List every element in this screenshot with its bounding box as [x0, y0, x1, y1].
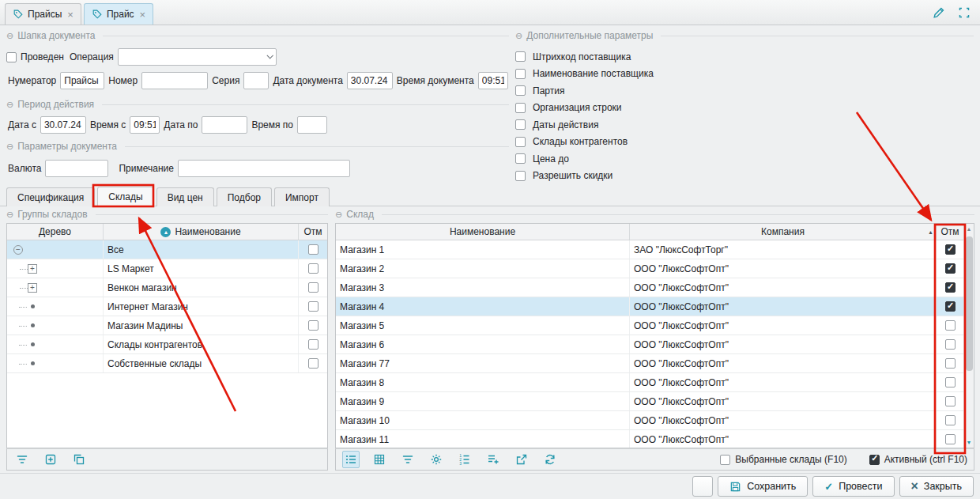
row-checkbox[interactable]: [945, 396, 956, 406]
warehouse-row[interactable]: Магазин 5ООО "ЛюксСофтОпт": [336, 316, 963, 335]
gear-icon[interactable]: [428, 451, 445, 468]
doc-tab-0[interactable]: Спецификация: [6, 187, 95, 206]
filter-icon[interactable]: [13, 451, 31, 468]
param-checkbox[interactable]: [515, 51, 526, 62]
tree-row[interactable]: Венкон магазин: [7, 278, 327, 297]
param-checkbox[interactable]: [515, 85, 526, 96]
scroll-up-icon[interactable]: [964, 224, 974, 234]
time-from-field[interactable]: [130, 116, 160, 134]
maximize-icon[interactable]: [958, 6, 971, 20]
time-to-field[interactable]: [297, 116, 327, 134]
warehouse-row[interactable]: Магазин 6ООО "ЛюксСофтОпт": [336, 335, 963, 354]
note-field[interactable]: [178, 160, 350, 177]
doc-date-field[interactable]: [347, 72, 393, 89]
row-checkbox[interactable]: [945, 244, 956, 255]
row-checkbox[interactable]: [945, 282, 956, 293]
param-checkbox[interactable]: [515, 137, 526, 147]
vertical-scrollbar[interactable]: [963, 224, 974, 448]
column-header-company[interactable]: Компания: [630, 224, 937, 240]
footer-checkbox[interactable]: [869, 455, 880, 465]
tree-row[interactable]: Магазин Мадины: [7, 316, 327, 335]
warehouse-row[interactable]: Магазин 11ООО "ЛюксСофтОпт": [336, 430, 963, 448]
export-icon[interactable]: [513, 451, 530, 468]
row-checkbox[interactable]: [308, 339, 318, 350]
numerator-field[interactable]: [60, 72, 104, 89]
footer-check[interactable]: Выбранные склады (F10): [720, 454, 846, 465]
tree-row[interactable]: Склады контрагентов: [7, 335, 327, 354]
filter-icon[interactable]: [399, 451, 416, 468]
row-checkbox[interactable]: [945, 434, 956, 444]
collapse-group-icon[interactable]: [515, 32, 522, 40]
tree-row[interactable]: LS Маркет: [7, 259, 327, 278]
row-checkbox[interactable]: [308, 263, 318, 274]
collapse-group-icon[interactable]: [6, 100, 13, 109]
refresh-button[interactable]: [692, 476, 713, 497]
column-header-mark[interactable]: Отм: [299, 224, 327, 240]
collapse-group-icon[interactable]: [335, 210, 342, 219]
doc-time-field[interactable]: [478, 72, 508, 89]
tab-close-icon[interactable]: [67, 9, 74, 20]
param-checkbox[interactable]: [515, 103, 526, 113]
param-checkbox[interactable]: [515, 153, 526, 164]
scrollbar-thumb[interactable]: [966, 236, 973, 371]
window-tab-1[interactable]: Прайс: [84, 3, 153, 25]
date-to-field[interactable]: [202, 116, 247, 134]
currency-field[interactable]: [45, 160, 108, 177]
operation-combobox[interactable]: [118, 48, 277, 66]
posted-checkbox[interactable]: [6, 52, 17, 62]
row-checkbox[interactable]: [945, 377, 956, 387]
doc-tab-1[interactable]: Склады: [97, 187, 153, 206]
doc-tab-3[interactable]: Подбор: [217, 187, 272, 206]
row-checkbox[interactable]: [945, 263, 956, 274]
doc-tab-4[interactable]: Импорт: [274, 187, 330, 206]
window-tab-0[interactable]: Прайсы: [5, 3, 81, 25]
add-list-icon[interactable]: [484, 451, 502, 468]
row-checkbox[interactable]: [945, 320, 956, 331]
date-from-field[interactable]: [40, 116, 86, 134]
scroll-down-icon[interactable]: [964, 437, 974, 448]
param-checkbox[interactable]: [515, 171, 526, 181]
param-checkbox[interactable]: [515, 119, 526, 130]
column-header-tree[interactable]: Дерево: [7, 224, 104, 240]
doc-tab-2[interactable]: Вид цен: [156, 187, 214, 206]
grid-view-icon[interactable]: [371, 451, 388, 468]
collapse-group-icon[interactable]: [6, 142, 13, 151]
warehouse-row[interactable]: Магазин 4ООО "ЛюксСофтОпт": [336, 297, 963, 316]
footer-checkbox[interactable]: [720, 455, 730, 465]
close-button[interactable]: Закрыть: [899, 476, 974, 497]
post-button[interactable]: Провести: [812, 476, 894, 497]
warehouse-row[interactable]: Магазин 8ООО "ЛюксСофтОпт": [336, 373, 963, 392]
column-header-name[interactable]: Наименование: [336, 224, 630, 240]
save-button[interactable]: Сохранить: [718, 476, 808, 497]
tab-close-icon[interactable]: [140, 9, 146, 20]
number-field[interactable]: [141, 72, 208, 89]
row-checkbox[interactable]: [945, 339, 956, 350]
row-checkbox[interactable]: [308, 358, 318, 369]
refresh-icon[interactable]: [541, 451, 559, 468]
warehouse-row[interactable]: Магазин 10ООО "ЛюксСофтОпт": [336, 411, 963, 430]
param-checkbox[interactable]: [515, 69, 526, 79]
row-checkbox[interactable]: [945, 301, 956, 312]
row-checkbox[interactable]: [308, 244, 318, 255]
column-header-mark[interactable]: Отм: [937, 224, 963, 240]
series-field[interactable]: [243, 72, 269, 89]
numbered-list-icon[interactable]: 123: [456, 451, 473, 468]
collapse-group-icon[interactable]: [6, 32, 13, 40]
row-checkbox[interactable]: [945, 415, 956, 425]
add-box-icon[interactable]: [42, 451, 59, 468]
row-checkbox[interactable]: [308, 320, 318, 331]
tree-row[interactable]: Интернет Магазин: [7, 297, 327, 316]
warehouse-row[interactable]: Магазин 1ЗАО "ЛюксСофтТорг": [336, 240, 963, 259]
collapse-group-icon[interactable]: [6, 210, 13, 219]
copy-icon[interactable]: [70, 451, 88, 468]
list-view-icon[interactable]: [342, 451, 360, 468]
warehouse-row[interactable]: Магазин 9ООО "ЛюксСофтОпт": [336, 392, 963, 411]
edit-pencil-icon[interactable]: [932, 6, 945, 20]
warehouse-row[interactable]: Магазин 3ООО "ЛюксСофтОпт": [336, 278, 963, 297]
warehouse-row[interactable]: Магазин 2ООО "ЛюксСофтОпт": [336, 259, 963, 278]
column-header-name[interactable]: Наименование: [104, 224, 299, 240]
expand-plus-icon[interactable]: [28, 283, 37, 293]
tree-row[interactable]: Собственные склады: [7, 354, 327, 373]
warehouse-row[interactable]: Магазин 77ООО "ЛюксСофтОпт": [336, 354, 963, 373]
tree-row[interactable]: Все: [7, 240, 327, 259]
